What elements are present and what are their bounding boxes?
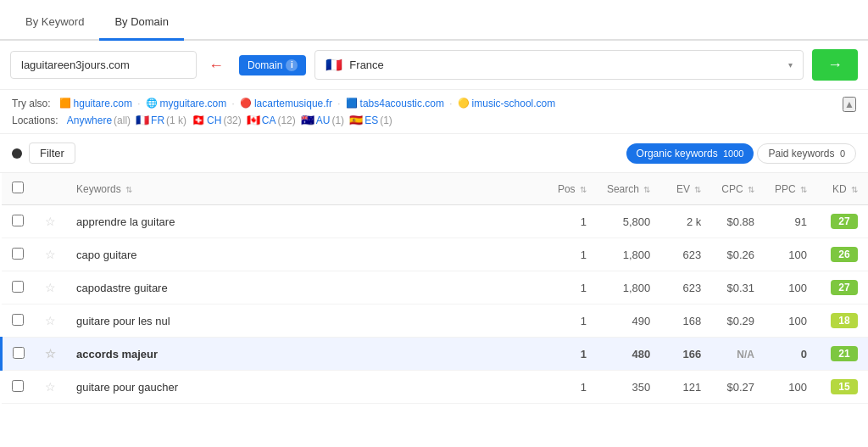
chevron-down-icon: ▾ <box>788 60 793 70</box>
td-ppc: 100 <box>765 305 817 338</box>
td-cpc: $0.26 <box>711 238 765 271</box>
organic-keywords-label: Organic keywords <box>637 148 718 159</box>
td-ev: 2 k <box>660 205 711 238</box>
td-check <box>2 305 36 338</box>
paid-keywords-label: Paid keywords <box>768 148 834 159</box>
td-star: ☆ <box>35 271 66 305</box>
star-icon[interactable]: ☆ <box>45 248 56 261</box>
organic-keywords-tab[interactable]: Organic keywords 1000 <box>626 143 754 164</box>
location-es[interactable]: 🇪🇸 ES (1) <box>349 114 392 126</box>
paid-keywords-tab[interactable]: Paid keywords 0 <box>757 143 856 164</box>
th-search[interactable]: Search ⇅ <box>597 173 660 205</box>
star-icon[interactable]: ☆ <box>45 281 56 294</box>
keywords-table: Keywords ⇅ Pos ⇅ Search ⇅ EV ⇅ CPC ⇅ PPC… <box>0 173 868 404</box>
kd-badge: 26 <box>831 247 858 262</box>
suggestion-lacartemusique[interactable]: 🔴 lacartemusique.fr <box>240 98 332 109</box>
td-ppc: 100 <box>765 271 817 305</box>
th-kd[interactable]: KD ⇅ <box>817 173 868 205</box>
suggestion-tabs4acoustic[interactable]: 🟦 tabs4acoustic.com <box>346 98 444 109</box>
location-fr[interactable]: 🇫🇷 FR (1 k) <box>136 114 186 126</box>
kd-sort-icon: ⇅ <box>851 185 858 194</box>
paid-keywords-count: 0 <box>840 148 845 159</box>
suggestion-hguitare[interactable]: 🟧 hguitare.com <box>59 98 132 109</box>
suggestion-imusic[interactable]: 🟡 imusic-school.com <box>458 98 556 109</box>
td-check <box>2 271 36 305</box>
th-cpc[interactable]: CPC ⇅ <box>711 173 765 205</box>
kd-badge: 21 <box>831 346 858 361</box>
country-select[interactable]: 🇫🇷 France ▾ <box>314 50 804 80</box>
table-header-row: Keywords ⇅ Pos ⇅ Search ⇅ EV ⇅ CPC ⇅ PPC… <box>2 173 869 205</box>
imusic-icon: 🟡 <box>458 98 470 109</box>
search-bar: ← Domain i 🇫🇷 France ▾ → <box>0 41 868 90</box>
try-also-label: Try also: <box>12 98 51 109</box>
select-all-checkbox[interactable] <box>12 182 24 193</box>
suggestion-myguitare[interactable]: 🌐 myguitare.com <box>146 98 227 109</box>
td-keyword: apprendre la guitare <box>66 205 548 238</box>
tab-by-domain[interactable]: By Domain <box>99 5 184 41</box>
td-check <box>2 205 36 238</box>
kd-badge: 18 <box>831 313 858 328</box>
location-ca[interactable]: 🇨🇦 CA (12) <box>247 114 296 126</box>
star-icon[interactable]: ☆ <box>45 347 56 360</box>
try-also-all-row: Try also: 🟧 hguitare.com · 🌐 myguitare.c… <box>12 97 856 126</box>
td-pos: 1 <box>548 271 597 305</box>
search-sort-icon: ⇅ <box>643 185 650 194</box>
filter-button[interactable]: Filter <box>29 142 75 164</box>
row-checkbox[interactable] <box>12 281 24 293</box>
go-button[interactable]: → <box>812 49 858 81</box>
kd-badge: 15 <box>831 379 858 394</box>
keyword-sort-icon: ⇅ <box>125 185 132 194</box>
row-checkbox[interactable] <box>12 380 24 392</box>
pos-sort-icon: ⇅ <box>580 185 587 194</box>
domain-badge-label: Domain <box>248 59 282 71</box>
td-star: ☆ <box>35 338 66 371</box>
th-keyword[interactable]: Keywords ⇅ <box>66 173 548 205</box>
table-body: ☆ apprendre la guitare 1 5,800 2 k $0.88… <box>2 205 869 404</box>
table-row: ☆ capo guitare 1 1,800 623 $0.26 100 26 <box>2 238 869 271</box>
filter-left: Filter <box>12 142 75 164</box>
td-star: ☆ <box>35 238 66 271</box>
organic-keywords-count: 1000 <box>723 148 743 159</box>
star-icon[interactable]: ☆ <box>45 314 56 327</box>
td-keyword: accords majeur <box>66 338 548 371</box>
tab-by-keyword[interactable]: By Keyword <box>10 5 99 41</box>
th-pos[interactable]: Pos ⇅ <box>548 173 597 205</box>
td-ev: 121 <box>660 371 711 404</box>
td-kd: 21 <box>817 338 868 371</box>
th-ppc[interactable]: PPC ⇅ <box>765 173 817 205</box>
star-icon[interactable]: ☆ <box>45 380 56 394</box>
table-row: ☆ guitare pour les nul 1 490 168 $0.29 1… <box>2 305 869 338</box>
tabs-bar: By Keyword By Domain <box>0 0 868 41</box>
td-pos: 1 <box>548 205 597 238</box>
td-search: 1,800 <box>597 238 660 271</box>
td-ppc: 91 <box>765 205 817 238</box>
country-flag: 🇫🇷 <box>326 57 342 73</box>
domain-input[interactable] <box>10 51 197 79</box>
td-pos: 1 <box>548 338 597 371</box>
filter-dot-icon[interactable] <box>12 148 22 159</box>
kd-badge: 27 <box>831 280 858 295</box>
app-container: By Keyword By Domain ← Domain i 🇫🇷 Franc… <box>0 0 868 447</box>
hguitare-icon: 🟧 <box>59 98 71 109</box>
td-cpc: $0.27 <box>711 371 765 404</box>
location-anywhere[interactable]: Anywhere (all) <box>67 115 131 126</box>
ev-sort-icon: ⇅ <box>694 185 701 194</box>
row-checkbox[interactable] <box>12 248 24 260</box>
domain-type-badge[interactable]: Domain i <box>239 55 306 75</box>
td-search: 490 <box>597 305 660 338</box>
location-au[interactable]: 🇦🇺 AU (1) <box>301 114 344 126</box>
row-checkbox[interactable] <box>12 314 24 326</box>
filter-bar: Filter Organic keywords 1000 Paid keywor… <box>0 134 868 173</box>
star-icon[interactable]: ☆ <box>45 215 56 228</box>
collapse-button[interactable]: ▲ <box>843 97 856 112</box>
th-ev[interactable]: EV ⇅ <box>660 173 711 205</box>
td-star: ☆ <box>35 205 66 238</box>
row-checkbox[interactable] <box>12 215 24 226</box>
location-ch[interactable]: 🇨🇭 CH (32) <box>192 114 242 126</box>
country-name: France <box>349 59 782 71</box>
td-kd: 27 <box>817 205 868 238</box>
td-kd: 15 <box>817 371 868 404</box>
td-search: 480 <box>597 338 660 371</box>
locations-row: Locations: Anywhere (all) 🇫🇷 FR (1 k) 🇨🇭… <box>12 114 843 126</box>
row-checkbox[interactable] <box>13 347 25 359</box>
